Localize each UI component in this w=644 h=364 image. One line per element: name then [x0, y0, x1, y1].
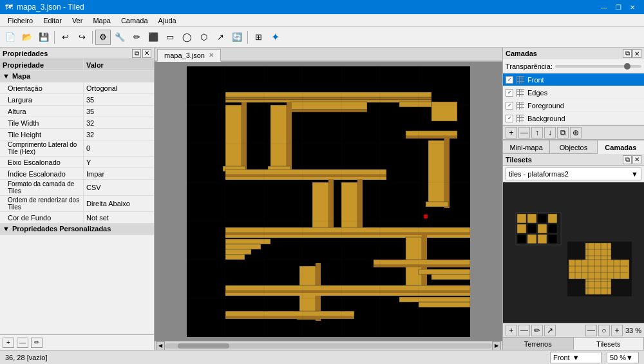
tileset-edit-btn[interactable]: ✏ — [531, 325, 543, 336]
layer-item-background[interactable]: Background — [503, 112, 644, 125]
toolbar-tool6[interactable]: ◯ — [179, 30, 194, 45]
tab-camadas[interactable]: Camadas — [598, 140, 644, 155]
svg-rect-73 — [538, 224, 547, 233]
menu-mapa[interactable]: Mapa — [88, 15, 116, 26]
toolbar-save[interactable]: 💾 — [36, 30, 52, 45]
tileset-tab-terrenos[interactable]: Terrenos — [503, 338, 574, 350]
tileset-remove-btn[interactable]: — — [518, 325, 530, 336]
tilesets-dropdown[interactable]: tiles - plataformas2 ▼ — [506, 168, 641, 180]
menu-ver[interactable]: Ver — [67, 15, 88, 26]
map-area[interactable] — [155, 62, 502, 341]
svg-rect-52 — [424, 215, 428, 218]
scroll-left-button[interactable]: ◀ — [156, 341, 165, 350]
custom-caret-icon: ▼ — [3, 225, 10, 233]
svg-rect-17 — [406, 131, 457, 136]
title-bar-controls[interactable]: — ❐ ✕ — [598, 2, 639, 12]
prop-edit-button[interactable]: ✏ — [31, 338, 43, 348]
prop-val-comprimento[interactable]: 0 — [84, 140, 154, 156]
layer-visible-front[interactable] — [506, 76, 513, 84]
layer-duplicate-button[interactable]: ⧉ — [557, 127, 569, 139]
toolbar-undo[interactable]: ↩ — [57, 30, 73, 45]
tab-close-icon[interactable]: ✕ — [209, 52, 214, 59]
prop-val-largura[interactable]: 35 — [84, 94, 154, 105]
layer-item-front[interactable]: Front — [503, 73, 644, 86]
prop-val-formato[interactable]: CSV — [84, 180, 154, 195]
toolbar-redo[interactable]: ↪ — [74, 30, 90, 45]
toolbar-move[interactable]: ✦ — [267, 30, 283, 45]
properties-float-btn[interactable]: ⧉ — [132, 49, 141, 58]
maximize-button[interactable]: ❐ — [612, 2, 625, 12]
tileset-preview[interactable] — [503, 182, 644, 323]
minimize-button[interactable]: — — [598, 2, 611, 12]
toolbar-tool5[interactable]: ▭ — [162, 30, 178, 45]
svg-rect-36 — [225, 249, 251, 254]
menu-editar[interactable]: Editar — [38, 15, 67, 26]
prop-add-button[interactable]: + — [3, 338, 14, 348]
prop-val-orientacao[interactable]: Ortogonal — [84, 82, 154, 93]
tileset-zoom-in-btn[interactable]: + — [611, 325, 623, 336]
h-scrollbar-thumb[interactable] — [178, 343, 229, 349]
menu-ajuda[interactable]: Ajuda — [153, 15, 182, 26]
layer-item-foreground[interactable]: Foreground — [503, 99, 644, 112]
tileset-zoom-out-btn[interactable]: — — [585, 325, 597, 336]
layer-add-button[interactable]: + — [506, 127, 517, 139]
tilesets-dropdown-icon: ▼ — [631, 170, 638, 178]
prop-val-tileheight[interactable]: 32 — [84, 129, 154, 140]
tab-mapa3[interactable]: mapa_3.json ✕ — [157, 49, 221, 62]
svg-rect-7 — [431, 102, 457, 121]
toolbar-snap[interactable]: ⊞ — [251, 30, 266, 45]
prop-val-eixo[interactable]: Y — [84, 157, 154, 168]
layers-header: Camadas ⧉ ✕ — [503, 48, 644, 59]
layer-remove-button[interactable]: — — [518, 127, 530, 139]
toolbar-tool9[interactable]: 🔄 — [229, 30, 245, 45]
status-zoom-arrow-icon: ▼ — [626, 354, 633, 361]
prop-val-ordem[interactable]: Direita Abaixo — [84, 196, 154, 211]
app-icon: 🗺 — [5, 3, 13, 12]
prop-section-custom[interactable]: ▼ Propriedades Personalizadas — [0, 224, 154, 235]
properties-footer: + — ✏ — [0, 334, 154, 350]
properties-close-btn[interactable]: ✕ — [142, 49, 151, 58]
toolbar-tool3[interactable]: ✏ — [129, 30, 144, 45]
prop-val-cor[interactable]: Not set — [84, 212, 154, 223]
prop-val-altura[interactable]: 35 — [84, 106, 154, 117]
tilesets-float-btn[interactable]: ⧉ — [623, 155, 632, 164]
prop-remove-button[interactable]: — — [17, 338, 28, 348]
status-zoom-select[interactable]: 50 % ▼ — [607, 352, 639, 363]
prop-section-mapa[interactable]: ▼ Mapa — [0, 71, 154, 82]
layer-visible-background[interactable] — [506, 115, 513, 122]
tab-objects[interactable]: Objectos — [550, 140, 597, 155]
close-button[interactable]: ✕ — [626, 2, 639, 12]
transparency-thumb[interactable] — [624, 63, 630, 70]
tileset-zoom-reset-btn[interactable]: ○ — [598, 325, 610, 336]
layer-visible-edges[interactable] — [506, 89, 513, 97]
toolbar-tool2[interactable]: 🔧 — [112, 30, 128, 45]
layer-merge-button[interactable]: ⊕ — [570, 127, 582, 139]
tilesets-close-btn[interactable]: ✕ — [632, 155, 641, 164]
transparency-slider[interactable] — [555, 65, 641, 68]
layer-visible-foreground[interactable] — [506, 102, 513, 110]
menu-ficheiro[interactable]: Ficheiro — [3, 15, 38, 26]
toolbar-tool7[interactable]: ⬡ — [196, 30, 211, 45]
toolbar-tool1[interactable]: ⚙ — [95, 30, 111, 45]
scroll-right-button[interactable]: ▶ — [492, 341, 501, 350]
tileset-export-btn[interactable]: ↗ — [544, 325, 556, 336]
layer-down-button[interactable]: ↓ — [544, 127, 556, 139]
h-scrollbar[interactable]: ◀ ▶ — [155, 341, 502, 350]
layers-close-btn[interactable]: ✕ — [632, 49, 641, 58]
h-scrollbar-track[interactable] — [165, 343, 492, 349]
layers-float-btn[interactable]: ⧉ — [623, 49, 632, 58]
tileset-tab-tilesets[interactable]: Tilesets — [574, 338, 645, 350]
toolbar-tool4[interactable]: ⬛ — [146, 30, 161, 45]
toolbar-open[interactable]: 📂 — [19, 30, 35, 45]
layer-item-edges[interactable]: Edges — [503, 86, 644, 99]
layer-up-button[interactable]: ↑ — [531, 127, 543, 139]
tab-minimap[interactable]: Mini-mapa — [503, 140, 550, 155]
prop-val-indice[interactable]: Impar — [84, 168, 154, 179]
toolbar-tool8[interactable]: ↗ — [213, 30, 228, 45]
tileset-add-btn[interactable]: + — [506, 325, 517, 336]
status-layer-select[interactable]: Front ▼ — [550, 352, 601, 363]
prop-val-tilewidth[interactable]: 32 — [84, 117, 154, 128]
toolbar-new[interactable]: 📄 — [3, 30, 18, 45]
map-svg — [187, 66, 470, 337]
menu-camada[interactable]: Camada — [116, 15, 153, 26]
